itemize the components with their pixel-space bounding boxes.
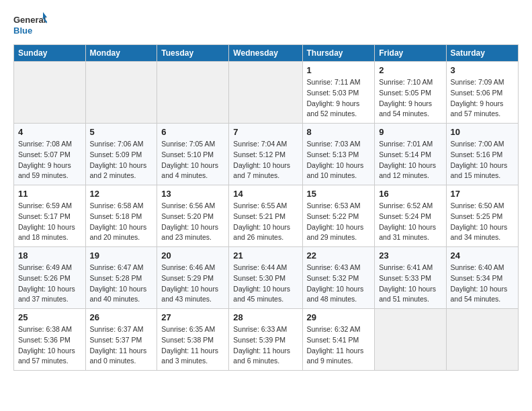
svg-text:General: General xyxy=(13,15,46,25)
calendar-cell xyxy=(14,62,86,124)
day-info: Sunrise: 7:00 AMSunset: 5:16 PMDaylight:… xyxy=(451,139,514,181)
svg-text:Blue: Blue xyxy=(13,26,32,36)
day-info: Sunrise: 7:10 AMSunset: 5:05 PMDaylight:… xyxy=(379,77,441,120)
calendar-cell: 24Sunrise: 6:40 AMSunset: 5:34 PMDayligh… xyxy=(446,247,518,309)
day-info: Sunrise: 6:49 AMSunset: 5:26 PMDaylight:… xyxy=(18,263,81,305)
day-info: Sunrise: 7:06 AMSunset: 5:09 PMDaylight:… xyxy=(90,139,153,181)
calendar-cell: 19Sunrise: 6:47 AMSunset: 5:28 PMDayligh… xyxy=(85,247,157,309)
day-number: 22 xyxy=(307,250,371,261)
day-number: 27 xyxy=(161,312,224,322)
logo-svg: General Blue xyxy=(13,11,47,38)
day-info: Sunrise: 6:50 AMSunset: 5:25 PMDaylight:… xyxy=(451,201,514,243)
page-header: General Blue xyxy=(13,11,519,38)
calendar-body: 1Sunrise: 7:11 AMSunset: 5:03 PMDaylight… xyxy=(14,62,519,371)
weekday-header-thursday: Thursday xyxy=(302,45,375,62)
weekday-header-wednesday: Wednesday xyxy=(229,45,302,62)
calendar-cell: 12Sunrise: 6:58 AMSunset: 5:18 PMDayligh… xyxy=(85,185,157,247)
day-number: 10 xyxy=(451,127,514,137)
day-info: Sunrise: 6:32 AMSunset: 5:41 PMDaylight:… xyxy=(307,324,371,367)
day-info: Sunrise: 6:56 AMSunset: 5:20 PMDaylight:… xyxy=(161,201,224,243)
day-info: Sunrise: 7:09 AMSunset: 5:06 PMDaylight:… xyxy=(451,77,514,120)
day-number: 7 xyxy=(233,127,298,137)
day-number: 11 xyxy=(18,189,81,199)
day-info: Sunrise: 6:43 AMSunset: 5:32 PMDaylight:… xyxy=(307,263,371,305)
day-info: Sunrise: 6:46 AMSunset: 5:29 PMDaylight:… xyxy=(161,263,224,305)
calendar-header-row: SundayMondayTuesdayWednesdayThursdayFrid… xyxy=(14,45,519,62)
calendar-cell: 18Sunrise: 6:49 AMSunset: 5:26 PMDayligh… xyxy=(14,247,86,309)
calendar-cell: 17Sunrise: 6:50 AMSunset: 5:25 PMDayligh… xyxy=(446,185,518,247)
calendar-cell: 5Sunrise: 7:06 AMSunset: 5:09 PMDaylight… xyxy=(85,124,157,185)
day-info: Sunrise: 6:41 AMSunset: 5:33 PMDaylight:… xyxy=(379,263,441,305)
day-number: 15 xyxy=(307,189,371,199)
day-number: 18 xyxy=(18,250,81,261)
day-info: Sunrise: 6:55 AMSunset: 5:21 PMDaylight:… xyxy=(233,201,298,243)
calendar-cell xyxy=(229,62,302,124)
calendar-week-1: 1Sunrise: 7:11 AMSunset: 5:03 PMDaylight… xyxy=(14,62,519,124)
calendar-cell: 8Sunrise: 7:03 AMSunset: 5:13 PMDaylight… xyxy=(302,124,375,185)
calendar-cell: 2Sunrise: 7:10 AMSunset: 5:05 PMDaylight… xyxy=(375,62,446,124)
day-number: 6 xyxy=(161,127,224,137)
calendar-week-4: 18Sunrise: 6:49 AMSunset: 5:26 PMDayligh… xyxy=(14,247,519,309)
calendar-cell: 6Sunrise: 7:05 AMSunset: 5:10 PMDaylight… xyxy=(157,124,229,185)
weekday-header-sunday: Sunday xyxy=(14,45,86,62)
day-info: Sunrise: 6:38 AMSunset: 5:36 PMDaylight:… xyxy=(18,324,81,367)
calendar-cell xyxy=(375,309,446,371)
calendar-cell: 3Sunrise: 7:09 AMSunset: 5:06 PMDaylight… xyxy=(446,62,518,124)
day-number: 8 xyxy=(307,127,371,137)
calendar-cell: 22Sunrise: 6:43 AMSunset: 5:32 PMDayligh… xyxy=(302,247,375,309)
calendar-cell: 23Sunrise: 6:41 AMSunset: 5:33 PMDayligh… xyxy=(375,247,446,309)
day-info: Sunrise: 7:01 AMSunset: 5:14 PMDaylight:… xyxy=(379,139,441,181)
calendar-table: SundayMondayTuesdayWednesdayThursdayFrid… xyxy=(13,44,519,371)
calendar-cell: 20Sunrise: 6:46 AMSunset: 5:29 PMDayligh… xyxy=(157,247,229,309)
calendar-week-2: 4Sunrise: 7:08 AMSunset: 5:07 PMDaylight… xyxy=(14,124,519,185)
svg-marker-2 xyxy=(43,12,47,17)
calendar-cell: 11Sunrise: 6:59 AMSunset: 5:17 PMDayligh… xyxy=(14,185,86,247)
calendar-cell: 14Sunrise: 6:55 AMSunset: 5:21 PMDayligh… xyxy=(229,185,302,247)
calendar-cell: 26Sunrise: 6:37 AMSunset: 5:37 PMDayligh… xyxy=(85,309,157,371)
calendar-cell xyxy=(446,309,518,371)
day-number: 19 xyxy=(90,250,153,261)
weekday-header-saturday: Saturday xyxy=(446,45,518,62)
day-number: 14 xyxy=(233,189,298,199)
day-info: Sunrise: 6:44 AMSunset: 5:30 PMDaylight:… xyxy=(233,263,298,305)
day-number: 9 xyxy=(379,127,441,137)
day-info: Sunrise: 6:37 AMSunset: 5:37 PMDaylight:… xyxy=(90,324,153,367)
day-info: Sunrise: 6:47 AMSunset: 5:28 PMDaylight:… xyxy=(90,263,153,305)
day-info: Sunrise: 6:35 AMSunset: 5:38 PMDaylight:… xyxy=(161,324,224,367)
calendar-cell: 10Sunrise: 7:00 AMSunset: 5:16 PMDayligh… xyxy=(446,124,518,185)
weekday-header-tuesday: Tuesday xyxy=(157,45,229,62)
weekday-header-monday: Monday xyxy=(85,45,157,62)
calendar-cell: 4Sunrise: 7:08 AMSunset: 5:07 PMDaylight… xyxy=(14,124,86,185)
day-number: 17 xyxy=(451,189,514,199)
day-number: 12 xyxy=(90,189,153,199)
day-number: 24 xyxy=(451,250,514,261)
day-info: Sunrise: 6:59 AMSunset: 5:17 PMDaylight:… xyxy=(18,201,81,243)
calendar-cell: 1Sunrise: 7:11 AMSunset: 5:03 PMDaylight… xyxy=(302,62,375,124)
day-number: 2 xyxy=(379,65,441,75)
calendar-week-5: 25Sunrise: 6:38 AMSunset: 5:36 PMDayligh… xyxy=(14,309,519,371)
calendar-cell xyxy=(157,62,229,124)
day-info: Sunrise: 7:04 AMSunset: 5:12 PMDaylight:… xyxy=(233,139,298,181)
calendar-cell: 21Sunrise: 6:44 AMSunset: 5:30 PMDayligh… xyxy=(229,247,302,309)
day-info: Sunrise: 7:08 AMSunset: 5:07 PMDaylight:… xyxy=(18,139,81,181)
day-info: Sunrise: 6:58 AMSunset: 5:18 PMDaylight:… xyxy=(90,201,153,243)
calendar-cell xyxy=(85,62,157,124)
calendar-cell: 7Sunrise: 7:04 AMSunset: 5:12 PMDaylight… xyxy=(229,124,302,185)
day-number: 28 xyxy=(233,312,298,322)
day-number: 1 xyxy=(307,65,371,75)
calendar-cell: 27Sunrise: 6:35 AMSunset: 5:38 PMDayligh… xyxy=(157,309,229,371)
logo: General Blue xyxy=(13,11,47,38)
day-number: 23 xyxy=(379,250,441,261)
calendar-cell: 28Sunrise: 6:33 AMSunset: 5:39 PMDayligh… xyxy=(229,309,302,371)
weekday-header-friday: Friday xyxy=(375,45,446,62)
calendar-cell: 16Sunrise: 6:52 AMSunset: 5:24 PMDayligh… xyxy=(375,185,446,247)
day-info: Sunrise: 7:03 AMSunset: 5:13 PMDaylight:… xyxy=(307,139,371,181)
day-number: 26 xyxy=(90,312,153,322)
day-number: 25 xyxy=(18,312,81,322)
calendar-week-3: 11Sunrise: 6:59 AMSunset: 5:17 PMDayligh… xyxy=(14,185,519,247)
day-info: Sunrise: 6:52 AMSunset: 5:24 PMDaylight:… xyxy=(379,201,441,243)
calendar-cell: 9Sunrise: 7:01 AMSunset: 5:14 PMDaylight… xyxy=(375,124,446,185)
day-info: Sunrise: 6:40 AMSunset: 5:34 PMDaylight:… xyxy=(451,263,514,305)
day-number: 16 xyxy=(379,189,441,199)
calendar-cell: 29Sunrise: 6:32 AMSunset: 5:41 PMDayligh… xyxy=(302,309,375,371)
